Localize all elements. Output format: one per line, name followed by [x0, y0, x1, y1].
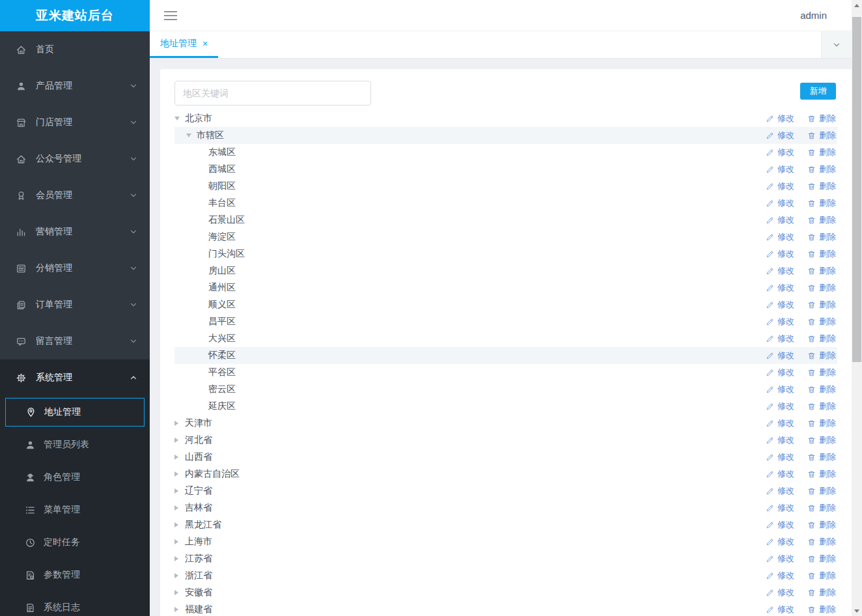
tree-row[interactable]: 吉林省 修改 删除: [174, 499, 837, 516]
delete-link[interactable]: 删除: [807, 451, 836, 463]
delete-link[interactable]: 删除: [807, 113, 836, 124]
delete-link[interactable]: 删除: [807, 180, 836, 192]
tree-row[interactable]: 通州区 修改 删除: [174, 279, 837, 296]
edit-link[interactable]: 修改: [766, 367, 794, 378]
sidebar-subitem-1[interactable]: 管理员列表: [0, 428, 150, 461]
tree-row[interactable]: 内蒙古自治区 修改 删除: [174, 466, 837, 483]
tree-node[interactable]: 怀柔区: [174, 350, 766, 361]
tree-row[interactable]: 山西省 修改 删除: [174, 449, 837, 466]
edit-link[interactable]: 修改: [766, 384, 794, 395]
delete-link[interactable]: 删除: [807, 333, 836, 344]
sidebar-item-0[interactable]: 首页: [0, 31, 150, 68]
tab-options-dropdown[interactable]: [821, 31, 852, 58]
tree-row[interactable]: 河北省 修改 删除: [174, 432, 837, 449]
edit-link[interactable]: 修改: [766, 163, 794, 175]
tree-node[interactable]: 江苏省: [174, 553, 766, 565]
tree-node[interactable]: 安徽省: [174, 587, 766, 598]
delete-link[interactable]: 删除: [807, 400, 836, 412]
tree-expand-icon[interactable]: [174, 471, 185, 477]
tree-node[interactable]: 平谷区: [174, 367, 766, 378]
tree-expand-icon[interactable]: [174, 488, 185, 494]
scrollbar-thumb[interactable]: [852, 17, 861, 362]
delete-link[interactable]: 删除: [807, 519, 836, 531]
edit-link[interactable]: 修改: [766, 214, 794, 226]
delete-link[interactable]: 删除: [807, 367, 836, 378]
tree-node[interactable]: 内蒙古自治区: [174, 468, 766, 480]
tree-node[interactable]: 天津市: [174, 417, 766, 429]
tree-expand-icon[interactable]: [174, 117, 185, 120]
tree-row[interactable]: 天津市 修改 删除: [174, 415, 837, 432]
tree-node[interactable]: 西城区: [174, 163, 766, 175]
tree-node[interactable]: 上海市: [174, 536, 766, 548]
tree-node[interactable]: 门头沟区: [174, 248, 766, 260]
tree-row[interactable]: 安徽省 修改 删除: [174, 584, 837, 601]
edit-link[interactable]: 修改: [766, 350, 794, 361]
tree-row[interactable]: 西城区 修改 删除: [174, 161, 837, 178]
delete-link[interactable]: 删除: [807, 536, 836, 548]
sidebar-item-1[interactable]: 产品管理: [0, 68, 150, 104]
tree-row[interactable]: 福建省 修改 删除: [174, 601, 837, 616]
tree-expand-icon[interactable]: [174, 556, 185, 561]
edit-link[interactable]: 修改: [766, 502, 794, 514]
edit-link[interactable]: 修改: [766, 333, 794, 344]
edit-link[interactable]: 修改: [766, 451, 794, 463]
edit-link[interactable]: 修改: [766, 316, 794, 328]
tree-node[interactable]: 辽宁省: [174, 485, 766, 497]
tree-node[interactable]: 朝阳区: [174, 180, 766, 192]
delete-link[interactable]: 删除: [807, 485, 836, 497]
tree-row[interactable]: 房山区 修改 删除: [174, 262, 837, 279]
sidebar-subitem-4[interactable]: 定时任务: [0, 526, 150, 559]
tree-expand-icon[interactable]: [174, 607, 185, 612]
sidebar-item-8[interactable]: 留言管理: [0, 323, 150, 359]
edit-link[interactable]: 修改: [766, 485, 794, 497]
edit-link[interactable]: 修改: [766, 299, 794, 311]
edit-link[interactable]: 修改: [766, 265, 794, 277]
tree-node[interactable]: 市辖区: [174, 130, 766, 141]
tree-row[interactable]: 怀柔区 修改 删除: [174, 347, 837, 364]
tree-row[interactable]: 上海市 修改 删除: [174, 533, 837, 550]
delete-link[interactable]: 删除: [807, 265, 836, 277]
add-button[interactable]: 新增: [800, 83, 836, 100]
tree-node[interactable]: 顺义区: [174, 299, 766, 311]
delete-link[interactable]: 删除: [807, 384, 836, 395]
tree-row[interactable]: 东城区 修改 删除: [174, 144, 837, 161]
tree-node[interactable]: 丰台区: [174, 197, 766, 209]
edit-link[interactable]: 修改: [766, 519, 794, 531]
scrollbar-up-icon[interactable]: [852, 0, 862, 10]
edit-link[interactable]: 修改: [766, 400, 794, 412]
delete-link[interactable]: 删除: [807, 248, 836, 260]
tree-expand-icon[interactable]: [174, 539, 185, 544]
sidebar-subitem-6[interactable]: 系统日志: [0, 591, 150, 616]
sidebar-subitem-3[interactable]: 菜单管理: [0, 494, 150, 526]
tree-node[interactable]: 山西省: [174, 451, 766, 463]
tree-node[interactable]: 浙江省: [174, 570, 766, 581]
tree-row[interactable]: 市辖区 修改 删除: [174, 127, 837, 144]
tree-node[interactable]: 海淀区: [174, 231, 766, 243]
tree-node[interactable]: 房山区: [174, 265, 766, 277]
delete-link[interactable]: 删除: [807, 468, 836, 480]
tree-expand-icon[interactable]: [174, 438, 185, 443]
tree-row[interactable]: 昌平区 修改 删除: [174, 313, 837, 330]
edit-link[interactable]: 修改: [766, 604, 794, 615]
tree-expand-icon[interactable]: [174, 573, 185, 578]
tree-node[interactable]: 东城区: [174, 147, 766, 158]
edit-link[interactable]: 修改: [766, 231, 794, 243]
edit-link[interactable]: 修改: [766, 130, 794, 141]
delete-link[interactable]: 删除: [807, 417, 836, 429]
delete-link[interactable]: 删除: [807, 147, 836, 158]
tree-row[interactable]: 延庆区 修改 删除: [174, 398, 837, 415]
tab-close-icon[interactable]: ×: [202, 39, 208, 48]
tree-expand-icon[interactable]: [186, 133, 197, 137]
edit-link[interactable]: 修改: [766, 587, 794, 598]
hamburger-menu-icon[interactable]: [164, 11, 177, 20]
sidebar-item-4[interactable]: 会员管理: [0, 177, 150, 214]
vertical-scrollbar[interactable]: [852, 0, 862, 616]
search-input[interactable]: [174, 81, 371, 105]
tree-row[interactable]: 顺义区 修改 删除: [174, 296, 837, 313]
delete-link[interactable]: 删除: [807, 299, 836, 311]
tree-row[interactable]: 丰台区 修改 删除: [174, 195, 837, 212]
edit-link[interactable]: 修改: [766, 417, 794, 429]
tree-expand-icon[interactable]: [174, 505, 185, 511]
user-menu[interactable]: admin: [800, 10, 827, 21]
delete-link[interactable]: 删除: [807, 197, 836, 209]
